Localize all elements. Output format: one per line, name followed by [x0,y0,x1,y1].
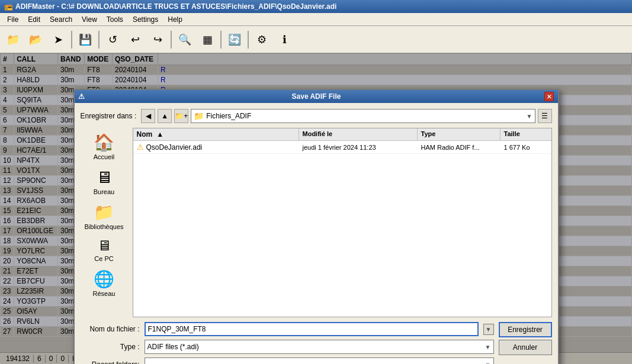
save-file-button[interactable]: Enregistrer [499,322,552,337]
dialog-content: 🏠 Accueil 🖥 Bureau 📁 Bibliothèques [81,128,552,317]
nav-libraries[interactable]: 📁 Bibliothèques [83,200,126,233]
type-combo[interactable]: ADIF files (*.adi) ▼ [145,340,494,354]
filename-dropdown-arrow[interactable]: ▼ [483,324,494,335]
file-type-cell: HAM Radio ADIF f... [418,141,501,153]
location-label: Enregistrer dans : [81,112,137,120]
separator-5 [248,31,249,49]
nav-desktop-label: Bureau [94,188,114,195]
sort-icon: ▲ [156,130,163,138]
type-label: Type : [81,343,140,351]
window-title: ADIFMaster - C:\# DOWNLOAD\ARTICLE TRUCS… [15,2,336,11]
libraries-icon: 📁 [94,202,114,222]
save-button[interactable]: 💾 [75,29,96,50]
menu-view[interactable]: View [77,14,102,25]
type-row: Type : ADIF files (*.adi) ▼ [81,340,494,354]
nav-back-button[interactable]: ◀ [141,109,155,123]
nav-up-button[interactable]: ▲ [158,109,172,123]
menu-bar: File Edit Search View Tools Settings Hel… [0,13,632,26]
dialog-title-icon: ⚠ [78,92,85,101]
separator-4 [220,31,222,49]
nav-new-folder-button[interactable]: 📁+ [174,109,188,123]
location-folder-icon: 📁 [194,111,204,121]
menu-tools[interactable]: Tools [102,14,128,25]
open-folder-button[interactable]: 📁 [2,29,24,50]
save-dialog: ⚠ Save ADIF File ✕ Enregistrer dans : ◀ … [73,89,559,364]
title-bar: 📻 ADIFMaster - C:\# DOWNLOAD\ARTICLE TRU… [0,0,632,13]
menu-file[interactable]: File [2,14,23,25]
search-button[interactable]: 🔍 [174,29,195,50]
col-modified[interactable]: Modifié le [299,128,418,140]
dialog-button-group: Enregistrer Annuler [499,322,552,355]
this-pc-icon: 🖥 [97,237,111,254]
separator-2 [98,31,100,49]
current-folder-text: Fichiers_ADIF [206,112,526,120]
location-combo-arrow: ▼ [527,113,532,120]
nav-network-label: Réseau [93,290,116,297]
separator-1 [71,31,72,49]
open-file-button[interactable]: 📂 [25,29,46,50]
separator-3 [171,31,172,49]
undo-button[interactable]: ↩ [124,29,146,50]
recent-label: Recent folders: [81,360,140,364]
bottom-form: Nom du fichier : ▼ Type : ADIF files (*.… [81,322,552,364]
recent-row: Recent folders: ▼ [81,357,494,364]
nav-home[interactable]: 🏠 Accueil [83,130,126,163]
network-icon: 🌐 [94,269,114,289]
file-size-cell: 1 677 Ko [501,141,552,153]
nav-desktop[interactable]: 🖥 Bureau [83,165,126,198]
app-icon: 📻 [4,2,13,11]
file-list-header: Nom ▲ Modifié le Type Taille [133,128,551,141]
file-icon-0: ⚠ [137,143,144,152]
nav-this-pc-label: Ce PC [94,255,113,262]
menu-settings[interactable]: Settings [128,14,163,25]
dialog-body: Enregistrer dans : ◀ ▲ 📁+ 📁 Fichiers_ADI… [75,103,558,364]
nav-libraries-label: Bibliothèques [84,223,123,230]
refresh-button[interactable]: ↺ [102,29,123,50]
col-type[interactable]: Type [418,128,501,140]
dialog-title-bar: ⚠ Save ADIF File ✕ [75,90,558,103]
col-name-text: Nom [137,130,153,138]
reload-button[interactable]: 🔄 [224,29,245,50]
nav-this-pc[interactable]: 🖥 Ce PC [83,235,126,265]
bottom-fields: Nom du fichier : ▼ Type : ADIF files (*.… [81,322,494,364]
bottom-row: Nom du fichier : ▼ Type : ADIF files (*.… [81,322,552,364]
file-name-cell: ⚠ QsoDeJanvier.adi [133,141,299,153]
home-icon: 🏠 [94,133,114,152]
nav-view-button[interactable]: ☰ [538,109,552,123]
file-modified-cell: jeudi 1 février 2024 11:23 [299,141,418,153]
nav-home-label: Accueil [94,153,114,160]
filename-row: Nom du fichier : ▼ [81,322,494,336]
dialog-title-text: Save ADIF File [292,92,341,101]
recent-combo-arrow: ▼ [485,362,491,365]
filename-input[interactable] [145,322,479,336]
type-combo-arrow: ▼ [485,344,491,350]
file-row-0[interactable]: ⚠ QsoDeJanvier.adi jeudi 1 février 2024 … [133,141,551,154]
grid-button[interactable]: ▦ [197,29,218,50]
type-value: ADIF files (*.adi) [147,343,485,351]
location-bar: Enregistrer dans : ◀ ▲ 📁+ 📁 Fichiers_ADI… [81,109,552,123]
menu-edit[interactable]: Edit [23,14,45,25]
modal-overlay: ⚠ Save ADIF File ✕ Enregistrer dans : ◀ … [0,53,632,364]
location-combo[interactable]: 📁 Fichiers_ADIF ▼ [191,109,535,123]
left-nav-panel: 🏠 Accueil 🖥 Bureau 📁 Bibliothèques [81,128,128,317]
arrow-button[interactable]: ➤ [47,29,69,50]
nav-network[interactable]: 🌐 Réseau [83,267,126,299]
desktop-icon: 🖥 [96,167,113,187]
cancel-button[interactable]: Annuler [499,340,552,355]
toolbar: 📁 📂 ➤ 💾 ↺ ↩ ↪ 🔍 ▦ 🔄 ⚙ ℹ [0,26,632,53]
recent-combo[interactable]: ▼ [145,357,494,364]
file-name-0: QsoDeJanvier.adi [146,143,203,152]
col-name[interactable]: Nom ▲ [133,128,299,140]
menu-search[interactable]: Search [45,14,77,25]
settings-button[interactable]: ⚙ [251,29,272,50]
col-size[interactable]: Taille [501,128,552,140]
filename-label: Nom du fichier : [81,325,140,333]
redo-button[interactable]: ↪ [147,29,168,50]
menu-help[interactable]: Help [163,14,187,25]
dialog-close-button[interactable]: ✕ [544,92,554,101]
file-list[interactable]: Nom ▲ Modifié le Type Taille ⚠ QsoDeJanv… [133,128,552,317]
info-button[interactable]: ℹ [274,29,295,50]
